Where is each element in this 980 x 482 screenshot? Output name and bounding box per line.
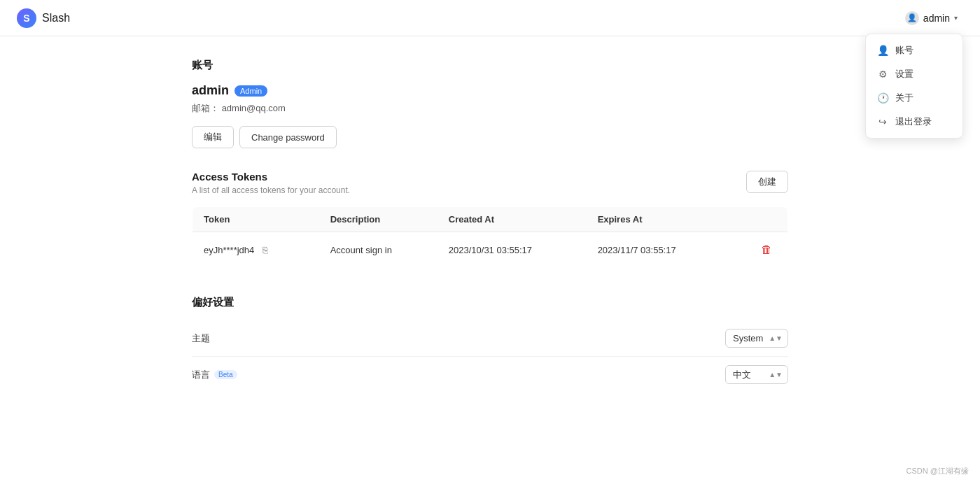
account-section: 账号 admin Admin 邮箱： admin@qq.com 编辑 Chang…: [192, 59, 788, 148]
user-dropdown: 👤 账号 ⚙ 设置 🕐 关于 ↪ 退出登录: [865, 34, 963, 139]
dropdown-item-logout[interactable]: ↪ 退出登录: [866, 110, 962, 134]
token-text: eyJh****jdh4: [204, 245, 254, 255]
user-label: admin: [923, 13, 950, 24]
info-icon: 🕐: [877, 92, 888, 104]
dropdown-item-about[interactable]: 🕐 关于: [866, 86, 962, 110]
gear-icon: ⚙: [877, 69, 888, 80]
account-actions: 编辑 Change password: [192, 126, 788, 148]
email-label: 邮箱：: [192, 103, 219, 113]
token-value-wrapper: eyJh****jdh4 ⎘: [204, 243, 308, 257]
token-value-cell: eyJh****jdh4 ⎘: [192, 232, 319, 268]
user-avatar: 👤: [905, 11, 919, 25]
table-row: eyJh****jdh4 ⎘ Account sign in 2023/10/3…: [192, 232, 788, 268]
language-select-wrapper: 中文 English ▲▼: [725, 365, 788, 384]
copy-icon: ⎘: [262, 245, 268, 255]
header: S Slash 👤 admin ▾ 👤 账号 ⚙ 设置 🕐 关于 ↪ 退出登录: [0, 0, 980, 36]
col-created-at: Created At: [438, 207, 587, 232]
change-password-button[interactable]: Change password: [239, 126, 337, 148]
token-expires-at: 2023/11/7 03:55:17: [587, 232, 729, 268]
preferences-title: 偏好设置: [192, 296, 788, 309]
account-name-row: admin Admin: [192, 83, 788, 98]
theme-preference-row: 主题 System Light Dark ▲▼: [192, 320, 788, 357]
copy-token-button[interactable]: ⎘: [260, 243, 271, 257]
logout-icon: ↪: [877, 116, 888, 127]
token-actions: 🗑: [728, 232, 788, 268]
tokens-title: Access Tokens: [192, 171, 350, 183]
account-username: admin: [192, 83, 229, 98]
col-actions: [728, 207, 788, 232]
logo-icon: S: [17, 8, 36, 28]
dropdown-label-account: 账号: [895, 44, 913, 57]
admin-badge: Admin: [234, 85, 267, 97]
token-created-at: 2023/10/31 03:55:17: [438, 232, 587, 268]
theme-label: 主题: [192, 332, 210, 345]
tokens-table-body: eyJh****jdh4 ⎘ Account sign in 2023/10/3…: [192, 232, 788, 268]
tokens-section: Access Tokens A list of all access token…: [192, 171, 788, 268]
theme-select[interactable]: System Light Dark: [725, 329, 788, 348]
col-token: Token: [192, 207, 319, 232]
col-description: Description: [319, 207, 438, 232]
trash-icon: 🗑: [761, 243, 772, 255]
dropdown-label-about: 关于: [895, 92, 913, 104]
logo-text: Slash: [42, 12, 70, 24]
dropdown-label-logout: 退出登录: [895, 115, 932, 128]
token-description: Account sign in: [319, 232, 438, 268]
language-label: 语言 Beta: [192, 369, 237, 381]
create-token-button[interactable]: 创建: [746, 171, 788, 193]
user-menu-trigger[interactable]: 👤 admin ▾: [899, 8, 963, 28]
tokens-table-header-row: Token Description Created At Expires At: [192, 207, 788, 232]
email-value: admin@qq.com: [222, 103, 286, 113]
main-content: 账号 admin Admin 邮箱： admin@qq.com 编辑 Chang…: [175, 36, 805, 415]
theme-select-wrapper: System Light Dark ▲▼: [725, 329, 788, 348]
dropdown-item-settings[interactable]: ⚙ 设置: [866, 62, 962, 86]
language-preference-row: 语言 Beta 中文 English ▲▼: [192, 357, 788, 392]
col-expires-at: Expires At: [587, 207, 729, 232]
preferences-section: 偏好设置 主题 System Light Dark ▲▼ 语言 Beta 中文 …: [192, 296, 788, 392]
account-section-title: 账号: [192, 59, 788, 72]
account-email-row: 邮箱： admin@qq.com: [192, 102, 788, 115]
beta-badge: Beta: [214, 370, 237, 379]
language-select[interactable]: 中文 English: [725, 365, 788, 384]
tokens-description: A list of all access tokens for your acc…: [192, 185, 350, 195]
chevron-down-icon: ▾: [954, 14, 958, 22]
dropdown-item-account[interactable]: 👤 账号: [866, 38, 962, 62]
tokens-header: Access Tokens A list of all access token…: [192, 171, 788, 195]
dropdown-label-settings: 设置: [895, 68, 913, 80]
logo[interactable]: S Slash: [17, 8, 70, 28]
tokens-table: Token Description Created At Expires At …: [192, 206, 788, 268]
tokens-header-left: Access Tokens A list of all access token…: [192, 171, 350, 195]
user-icon: 👤: [877, 45, 888, 56]
delete-token-button[interactable]: 🗑: [757, 241, 776, 259]
tokens-table-head: Token Description Created At Expires At: [192, 207, 788, 232]
edit-button[interactable]: 编辑: [192, 126, 234, 148]
